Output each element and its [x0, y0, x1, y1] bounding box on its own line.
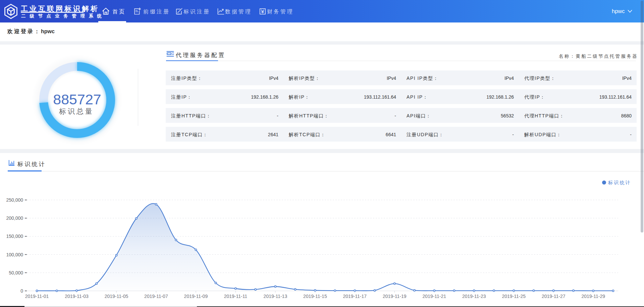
svg-text:标识统计: 标识统计: [608, 180, 631, 185]
svg-text:2019-11-01: 2019-11-01: [25, 294, 49, 299]
svg-text:2019-11-21: 2019-11-21: [423, 294, 446, 299]
svg-text:200,000: 200,000: [6, 215, 23, 221]
svg-text:2019-11-11: 2019-11-11: [224, 294, 248, 299]
svg-text:2019-11-15: 2019-11-15: [303, 294, 327, 299]
svg-text:100,000: 100,000: [6, 252, 23, 257]
svg-text:2019-11-17: 2019-11-17: [343, 294, 367, 299]
svg-text:2019-11-07: 2019-11-07: [144, 294, 168, 299]
svg-text:2019-11-13: 2019-11-13: [264, 294, 287, 299]
svg-text:0: 0: [20, 288, 23, 294]
svg-text:2019-11-25: 2019-11-25: [502, 294, 526, 299]
svg-text:2019-11-03: 2019-11-03: [65, 294, 89, 299]
svg-text:2019-11-23: 2019-11-23: [462, 294, 486, 299]
svg-text:2019-11-05: 2019-11-05: [105, 294, 128, 299]
svg-text:2019-11-27: 2019-11-27: [542, 294, 566, 299]
svg-text:2019-11-09: 2019-11-09: [184, 294, 208, 299]
svg-text:150,000: 150,000: [6, 234, 23, 239]
svg-text:50,000: 50,000: [9, 270, 23, 275]
svg-text:250,000: 250,000: [6, 197, 23, 203]
svg-text:2019-11-19: 2019-11-19: [383, 294, 407, 299]
svg-text:2019-11-29: 2019-11-29: [581, 294, 605, 299]
